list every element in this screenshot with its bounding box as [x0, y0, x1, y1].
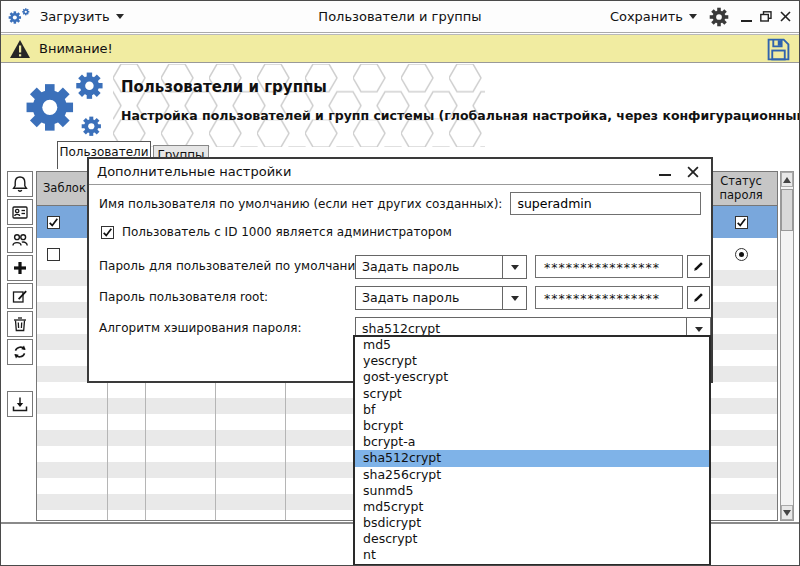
edit-pencil-icon — [11, 287, 29, 305]
hash-algorithm-label: Алгоритм хэширования пароля: — [99, 321, 301, 335]
default-username-input[interactable] — [510, 192, 701, 215]
users-group-icon — [11, 231, 29, 249]
window-minimize-icon[interactable] — [741, 20, 752, 22]
settings-gear-icon[interactable] — [709, 7, 729, 27]
dropdown-option[interactable]: bf — [355, 402, 709, 418]
scroll-down-icon[interactable] — [781, 505, 793, 520]
download-icon — [11, 395, 29, 413]
load-menu-label: Загрузить — [40, 9, 110, 24]
dropdown-option[interactable]: sha256crypt — [355, 467, 709, 483]
chevron-down-icon[interactable] — [502, 287, 526, 309]
refresh-icon — [11, 343, 29, 361]
root-password-label: Пароль пользователя root: — [99, 290, 268, 304]
dropdown-option[interactable]: gost-yescrypt — [355, 369, 709, 385]
scrollbar-thumb[interactable] — [781, 189, 793, 231]
save-menu-label: Сохранить — [610, 9, 683, 24]
column-header-password-status: Статус пароля — [705, 172, 777, 205]
blocked-checkbox-checked[interactable] — [47, 216, 60, 229]
admin-id-checkbox-label: Пользователь с ID 1000 является админист… — [122, 225, 452, 239]
save-menu-button[interactable]: Сохранить — [610, 9, 697, 24]
chevron-down-icon[interactable] — [502, 256, 526, 278]
app-window: Пользователи и группы — [0, 0, 800, 566]
scroll-up-icon[interactable] — [781, 172, 793, 187]
dropdown-option[interactable]: nt — [355, 547, 709, 563]
dialog-close-icon[interactable] — [687, 166, 699, 178]
root-password-input[interactable]: **************** — [535, 286, 683, 309]
dropdown-option[interactable]: bsdicrypt — [355, 515, 709, 531]
vertical-scrollbar[interactable] — [780, 171, 794, 521]
admin-id-checkbox[interactable] — [101, 226, 114, 239]
dialog-minimize-icon[interactable] — [659, 174, 671, 176]
password-status-radio[interactable] — [735, 248, 748, 261]
dropdown-option[interactable]: md5 — [355, 337, 709, 353]
intro-header: Пользователи и группы Настройка пользова… — [1, 64, 799, 147]
dropdown-option[interactable]: md5crypt — [355, 499, 709, 515]
save-floppy-icon[interactable] — [766, 37, 791, 62]
plus-icon — [11, 259, 29, 277]
id-card-icon — [11, 203, 29, 221]
edit-button[interactable] — [7, 283, 33, 309]
root-password-mode-value: Задать пароль — [356, 287, 502, 309]
refresh-button[interactable] — [7, 339, 33, 365]
warning-triangle-icon — [9, 39, 31, 59]
root-password-mode-select[interactable]: Задать пароль — [355, 286, 527, 310]
warning-bar: Внимание! — [1, 34, 799, 63]
dropdown-option[interactable]: descrypt — [355, 531, 709, 547]
blocked-checkbox-unchecked[interactable] — [47, 248, 60, 261]
dialog-titlebar: Дополнительные настройки — [89, 159, 711, 185]
groups-button[interactable] — [7, 227, 33, 253]
password-status-checkbox[interactable] — [735, 216, 748, 229]
dialog-title: Дополнительные настройки — [97, 164, 291, 179]
page-description: Настройка пользователей и групп системы … — [121, 108, 800, 123]
root-password-edit-button[interactable] — [687, 286, 710, 309]
trash-icon — [11, 315, 29, 333]
titlebar: Пользователи и группы — [1, 1, 799, 33]
hexagon-pattern — [113, 64, 485, 147]
delete-button[interactable] — [7, 311, 33, 337]
dropdown-option[interactable]: sunmd5 — [355, 483, 709, 499]
page-title: Пользователи и группы — [121, 78, 327, 96]
warning-text: Внимание! — [39, 41, 113, 56]
chevron-down-icon — [689, 14, 697, 19]
dropdown-option[interactable]: yescrypt — [355, 353, 709, 369]
dropdown-option[interactable]: scrypt — [355, 386, 709, 402]
load-menu-button[interactable]: Загрузить — [40, 9, 124, 24]
users-password-edit-button[interactable] — [687, 255, 710, 278]
users-password-mode-value: Задать пароль — [356, 256, 502, 278]
default-username-label: Имя пользователя по умолчанию (если нет … — [99, 197, 502, 211]
users-password-mode-select[interactable]: Задать пароль — [355, 255, 527, 279]
dropdown-option[interactable]: bcrypt — [355, 418, 709, 434]
notifications-button[interactable] — [7, 171, 33, 197]
dropdown-option[interactable]: bcrypt-a — [355, 434, 709, 450]
window-close-icon[interactable] — [780, 11, 791, 22]
users-password-input[interactable]: **************** — [535, 255, 683, 278]
bell-icon — [11, 175, 29, 193]
window-restore-icon[interactable] — [760, 11, 772, 22]
hash-algorithm-dropdown: md5 yescrypt gost-yescrypt scrypt bf bcr… — [353, 335, 711, 566]
user-card-button[interactable] — [7, 199, 33, 225]
chevron-down-icon — [116, 14, 124, 19]
dropdown-option-selected[interactable]: sha512crypt — [355, 450, 709, 466]
add-button[interactable] — [7, 255, 33, 281]
import-button[interactable] — [7, 391, 33, 417]
users-password-label: Пароль для пользователей по умолчанию: — [99, 259, 369, 273]
gears-logo — [13, 64, 113, 147]
